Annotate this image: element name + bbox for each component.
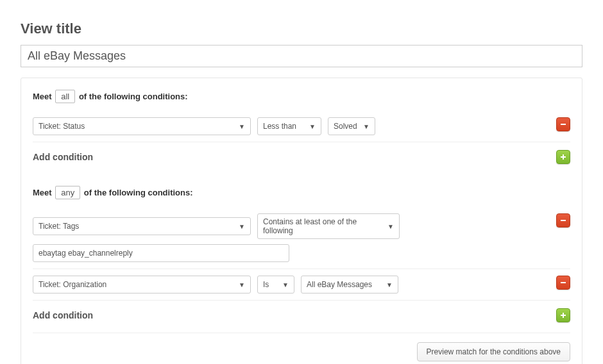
operator-select-label: Is: [263, 280, 269, 289]
meet-suffix: of the following conditions:: [84, 188, 193, 197]
all-chip: all: [55, 90, 75, 103]
any-chip: any: [55, 186, 80, 199]
all-conditions-heading: Meet all of the following conditions:: [33, 90, 570, 103]
value-select[interactable]: All eBay Messages ▼: [301, 276, 398, 294]
operator-select[interactable]: Is ▼: [257, 276, 294, 294]
add-condition-button[interactable]: [556, 150, 570, 164]
any-conditions-heading: Meet any of the following conditions:: [33, 186, 570, 199]
preview-row: Preview match for the conditions above: [33, 333, 570, 361]
svg-rect-2: [561, 156, 566, 158]
condition-row: Ticket: Status ▼ Less than ▼ Solved ▼: [33, 111, 570, 142]
operator-select-label: Contains at least one of the following: [263, 217, 382, 235]
operator-select-label: Less than: [263, 122, 296, 131]
field-select[interactable]: Ticket: Status ▼: [33, 117, 251, 135]
condition-inputs: Ticket: Organization ▼ Is ▼ All eBay Mes…: [33, 276, 550, 294]
minus-icon: [559, 217, 567, 224]
condition-inputs: Ticket: Status ▼ Less than ▼ Solved ▼: [33, 117, 550, 135]
value-select-label: All eBay Messages: [307, 280, 372, 289]
svg-rect-0: [561, 124, 566, 125]
field-select-label: Ticket: Status: [38, 122, 85, 131]
remove-condition-button[interactable]: [556, 213, 570, 228]
remove-condition-button[interactable]: [556, 117, 570, 131]
svg-rect-4: [561, 282, 566, 283]
page-title: View title: [21, 21, 582, 37]
add-condition-button[interactable]: [556, 308, 570, 322]
field-select[interactable]: Ticket: Organization ▼: [33, 276, 251, 294]
add-condition-row: Add condition: [33, 300, 570, 330]
operator-select[interactable]: Less than ▼: [257, 117, 321, 135]
meet-prefix: Meet: [33, 92, 52, 101]
condition-row: Ticket: Organization ▼ Is ▼ All eBay Mes…: [33, 269, 570, 300]
chevron-down-icon: ▼: [282, 281, 289, 288]
chevron-down-icon: ▼: [363, 123, 369, 130]
svg-rect-6: [561, 315, 566, 316]
add-condition-label: Add condition: [33, 310, 93, 320]
plus-icon: [559, 311, 567, 319]
minus-icon: [559, 279, 567, 286]
value-select[interactable]: Solved ▼: [328, 117, 375, 135]
chevron-down-icon: ▼: [239, 223, 245, 230]
field-select-label: Ticket: Organization: [38, 280, 106, 289]
conditions-panel: Meet all of the following conditions: Ti…: [21, 78, 582, 364]
value-select-label: Solved: [334, 122, 357, 131]
field-select-label: Ticket: Tags: [38, 222, 79, 231]
add-condition-label: Add condition: [33, 152, 93, 162]
plus-icon: [559, 153, 567, 161]
field-select[interactable]: Ticket: Tags ▼: [33, 217, 251, 235]
add-condition-row: Add condition: [33, 142, 570, 172]
chevron-down-icon: ▼: [239, 281, 245, 288]
meet-suffix: of the following conditions:: [79, 92, 188, 101]
svg-rect-3: [561, 220, 566, 221]
chevron-down-icon: ▼: [387, 223, 394, 230]
remove-condition-button[interactable]: [556, 276, 570, 290]
condition-inputs: Ticket: Tags ▼ Contains at least one of …: [33, 213, 550, 262]
chevron-down-icon: ▼: [239, 123, 245, 130]
condition-row: Ticket: Tags ▼ Contains at least one of …: [33, 207, 570, 269]
chevron-down-icon: ▼: [309, 123, 316, 130]
operator-select[interactable]: Contains at least one of the following ▼: [257, 213, 400, 239]
tags-input[interactable]: [33, 244, 289, 262]
chevron-down-icon: ▼: [386, 281, 393, 288]
meet-prefix: Meet: [33, 188, 52, 197]
preview-match-button[interactable]: Preview match for the conditions above: [417, 342, 570, 361]
view-title-input[interactable]: [21, 45, 582, 67]
minus-icon: [559, 120, 567, 128]
